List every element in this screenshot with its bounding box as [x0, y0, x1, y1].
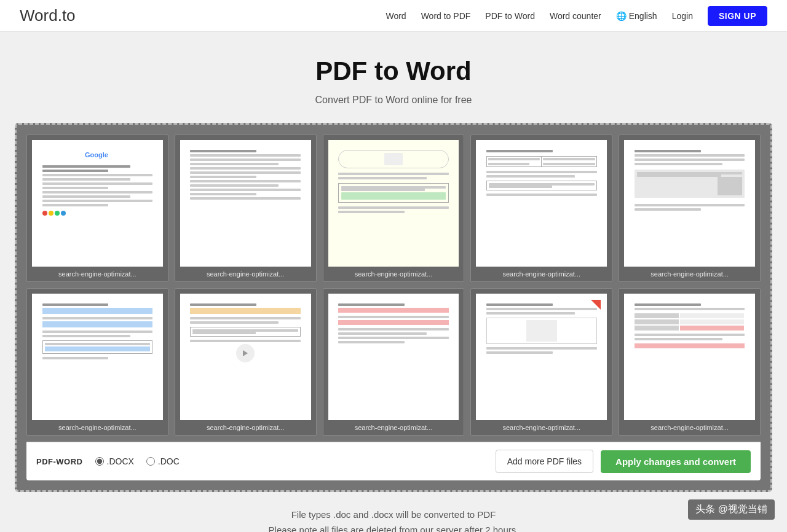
thumbnail-label-10: search-engine-optimizat... — [624, 424, 755, 431]
thumbnail-label-7: search-engine-optimizat... — [180, 424, 311, 431]
thumbnails-row-2: search-engine-optimizat... — [26, 288, 761, 436]
thumbnail-img-5 — [624, 140, 755, 267]
nav-word-to-pdf[interactable]: Word to PDF — [421, 11, 471, 21]
thumbnail-label-3: search-engine-optimizat... — [328, 270, 459, 278]
thumbnail-img-1: Google — [32, 140, 163, 267]
thumbnail-img-10 — [624, 294, 755, 420]
doc-label: .DOC — [158, 456, 180, 466]
thumbnail-img-8 — [328, 294, 459, 420]
thumbnail-img-7 — [180, 294, 311, 420]
footer-notes: File types .doc and .docx will be conver… — [15, 509, 772, 532]
format-options: PDF-WORD .DOCX .DOC — [36, 456, 180, 466]
thumbnail-img-4 — [476, 140, 607, 267]
login-link[interactable]: Login — [672, 11, 693, 21]
convert-button[interactable]: Apply changes and convert — [601, 450, 751, 473]
thumbnail-label-9: search-engine-optimizat... — [476, 424, 607, 431]
thumbnail-img-9 — [476, 294, 607, 420]
thumbnail-8: search-engine-optimizat... — [323, 288, 465, 436]
svg-text:Google: Google — [85, 151, 108, 158]
logo[interactable]: Word.to — [20, 6, 76, 25]
thumbnail-3: search-engine-optimizat... — [323, 135, 465, 282]
thumbnail-2: search-engine-optimizat... — [175, 135, 317, 282]
thumbnail-4: search-engine-optimizat... — [470, 135, 612, 282]
docx-radio[interactable] — [95, 457, 104, 466]
thumbnail-label-6: search-engine-optimizat... — [32, 424, 163, 431]
thumbnail-label-5: search-engine-optimizat... — [624, 270, 755, 278]
thumbnail-img-3 — [328, 140, 459, 267]
signup-button[interactable]: SIGN UP — [708, 6, 767, 26]
add-more-button[interactable]: Add more PDF files — [496, 450, 593, 473]
language-selector[interactable]: 🌐 English — [616, 11, 657, 21]
thumbnail-1: Google — [26, 135, 168, 282]
nav-pdf-to-word[interactable]: PDF to Word — [485, 11, 535, 21]
nav-word[interactable]: Word — [386, 11, 406, 21]
thumbnail-label-1: search-engine-optimizat... — [32, 270, 163, 278]
page-subtitle: Convert PDF to Word online for free — [15, 95, 772, 106]
logo-suffix: .to — [58, 6, 76, 25]
globe-icon: 🌐 — [616, 11, 627, 21]
doc-option[interactable]: .DOC — [146, 456, 180, 466]
doc-radio[interactable] — [146, 457, 155, 466]
footer-note-1: File types .doc and .docx will be conver… — [15, 509, 772, 520]
main-nav: Word Word to PDF PDF to Word Word counte… — [386, 6, 767, 26]
thumbnails-row-1: Google — [26, 135, 761, 282]
thumbnail-label-8: search-engine-optimizat... — [328, 424, 459, 431]
format-label: PDF-WORD — [36, 457, 83, 466]
page-title: PDF to Word — [15, 57, 772, 86]
logo-word: Word — [20, 6, 58, 25]
thumbnail-img-2 — [180, 140, 311, 267]
language-label: English — [629, 11, 657, 21]
docx-label: .DOCX — [107, 456, 134, 466]
nav-word-counter[interactable]: Word counter — [550, 11, 601, 21]
thumbnail-6: search-engine-optimizat... — [26, 288, 168, 436]
thumbnail-5: search-engine-optimizat... — [619, 135, 761, 282]
thumbnail-img-6 — [32, 294, 163, 420]
thumbnail-9: search-engine-optimizat... — [470, 288, 612, 436]
thumbnail-label-4: search-engine-optimizat... — [476, 270, 607, 278]
footer-note-2: Please note all files are deleted from o… — [15, 525, 772, 532]
dropzone[interactable]: Google — [15, 123, 772, 492]
thumbnail-label-2: search-engine-optimizat... — [180, 270, 311, 278]
docx-option[interactable]: .DOCX — [95, 456, 134, 466]
action-buttons: Add more PDF files Apply changes and con… — [496, 450, 751, 473]
thumbnail-10: search-engine-optimizat... — [619, 288, 761, 436]
bottom-bar: PDF-WORD .DOCX .DOC Add more PDF files A… — [26, 442, 761, 480]
thumbnail-7: search-engine-optimizat... — [175, 288, 317, 436]
